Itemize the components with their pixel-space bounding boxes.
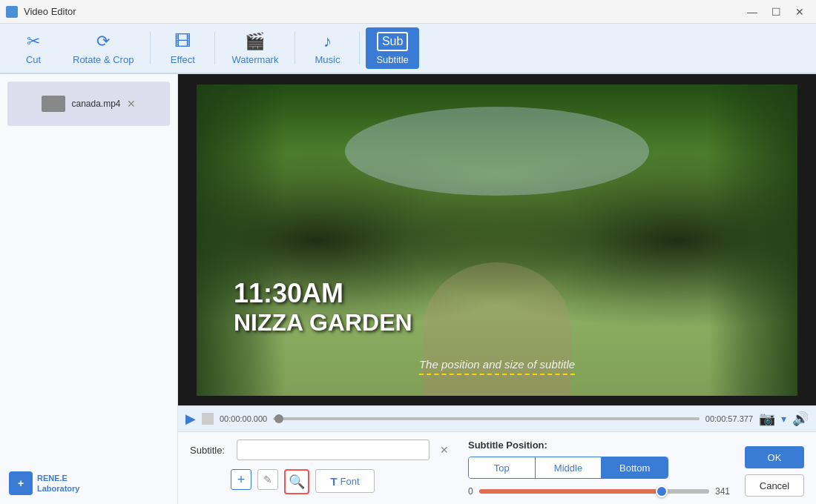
subtitle-input-row: Subtitle: ✕ (190, 440, 453, 460)
clear-subtitle-button[interactable]: ✕ (435, 441, 453, 459)
position-section-label: Subtitle Position: (468, 440, 730, 451)
position-buttons: Top Middle Bottom (468, 457, 668, 479)
maximize-button[interactable]: ☐ (766, 3, 786, 21)
cut-label: Cut (26, 54, 41, 65)
left-tree (197, 84, 286, 396)
app-title: Video Editor (24, 6, 76, 17)
close-button[interactable]: ✕ (789, 3, 810, 21)
minimize-button[interactable]: — (742, 3, 763, 21)
subtitle-field-label: Subtitle: (190, 445, 231, 456)
font-button[interactable]: T Font (315, 469, 375, 493)
divider-2 (214, 32, 215, 64)
search-subtitle-button[interactable]: 🔍 (284, 469, 309, 494)
file-tab[interactable]: canada.mp4 ✕ (7, 82, 170, 126)
watermark-label: Watermark (231, 54, 278, 65)
time-start: 00:00:00.000 (220, 414, 267, 423)
play-button[interactable]: ▶ (185, 411, 196, 427)
position-middle-button[interactable]: Middle (536, 457, 602, 478)
main-area: canada.mp4 ✕ 11:30AM NIZ (0, 74, 816, 504)
path (423, 262, 571, 396)
ok-button[interactable]: OK (745, 446, 804, 468)
divider-4 (359, 32, 360, 64)
sidebar: canada.mp4 ✕ (0, 74, 178, 504)
ok-cancel-section: OK Cancel (745, 446, 804, 497)
tab-cut[interactable]: ✂ Cut (7, 27, 59, 69)
toolbar: ✂ Cut ⟳ Rotate & Crop 🎞 Effect 🎬 Waterma… (0, 24, 816, 74)
screenshot-icon[interactable]: 📷 (759, 411, 775, 427)
slider-max: 341 (715, 486, 730, 497)
thumbnail (42, 96, 65, 112)
position-top-button[interactable]: Top (469, 457, 536, 478)
font-label: Font (340, 476, 360, 487)
seek-bar[interactable] (273, 417, 700, 420)
divider-1 (150, 32, 151, 64)
subtitle-icon: Sub (377, 32, 408, 51)
add-subtitle-button[interactable]: + (231, 469, 251, 490)
effect-icon: 🎞 (174, 32, 191, 51)
cancel-button[interactable]: Cancel (745, 474, 804, 497)
tab-music[interactable]: ♪ Music (301, 27, 353, 69)
tab-subtitle[interactable]: Sub Subtitle (366, 27, 418, 69)
title-bar-controls: — ☐ ✕ (742, 3, 810, 21)
filename: canada.mp4 (71, 99, 120, 109)
music-icon: ♪ (323, 32, 332, 51)
edit-subtitle-button[interactable]: ✎ (257, 469, 278, 490)
video-container: 11:30AM NIZZA GARDEN The position and si… (178, 74, 816, 405)
position-slider[interactable] (479, 489, 709, 494)
video-time-text: 11:30AM (234, 278, 412, 309)
tab-watermark[interactable]: 🎬 Watermark (221, 27, 289, 69)
stop-button[interactable] (202, 413, 214, 425)
tab-rotate-crop[interactable]: ⟳ Rotate & Crop (62, 27, 144, 69)
volume-icon[interactable]: 🔊 (792, 411, 809, 427)
video-overlay: 11:30AM NIZZA GARDEN (234, 278, 412, 336)
video-location-text: NIZZA GARDEN (234, 309, 412, 336)
logo-text: RENE.E Laboratory (37, 473, 79, 494)
position-section: Subtitle Position: Top Middle Bottom 0 3… (468, 440, 730, 497)
title-bar: Video Editor — ☐ ✕ (0, 0, 816, 24)
music-label: Music (315, 54, 340, 65)
close-file-button[interactable]: ✕ (127, 98, 136, 110)
subtitle-input[interactable] (237, 440, 430, 460)
slider-row: 0 341 (468, 486, 730, 497)
effect-label: Effect (171, 54, 195, 65)
rotate-label: Rotate & Crop (73, 54, 134, 65)
cut-icon: ✂ (27, 32, 40, 51)
logo-icon: + (9, 471, 33, 495)
position-bottom-button[interactable]: Bottom (602, 457, 668, 478)
time-end: 00:00:57.377 (705, 414, 753, 423)
playback-bar: ▶ 00:00:00.000 00:00:57.377 📷 ▾ 🔊 (178, 405, 816, 431)
title-bar-left: Video Editor (6, 6, 76, 18)
subtitle-hint-text: The position and size of subtitle (419, 358, 575, 375)
font-t-icon: T (330, 475, 337, 488)
sky (345, 107, 649, 196)
watermark-icon: 🎬 (245, 32, 265, 51)
bottom-panel: Subtitle: ✕ + ✎ 🔍 T Font Subtitle Positi… (178, 431, 816, 504)
subtitle-section: Subtitle: ✕ + ✎ 🔍 T Font (190, 440, 453, 494)
divider-3 (295, 32, 295, 64)
subtitle-label: Subtitle (376, 54, 408, 65)
subtitle-actions: + ✎ 🔍 T Font (231, 469, 453, 494)
logo: + RENE.E Laboratory (9, 471, 79, 495)
app-icon (6, 6, 18, 18)
slider-min: 0 (468, 486, 473, 497)
video-section: 11:30AM NIZZA GARDEN The position and si… (178, 74, 816, 504)
tab-effect[interactable]: 🎞 Effect (157, 27, 208, 69)
slider-thumb[interactable] (656, 485, 668, 497)
rotate-icon: ⟳ (96, 32, 110, 51)
seek-handle[interactable] (274, 414, 283, 423)
dropdown-icon[interactable]: ▾ (781, 413, 786, 425)
video-preview: 11:30AM NIZZA GARDEN The position and si… (197, 84, 797, 396)
right-tree (708, 84, 797, 396)
